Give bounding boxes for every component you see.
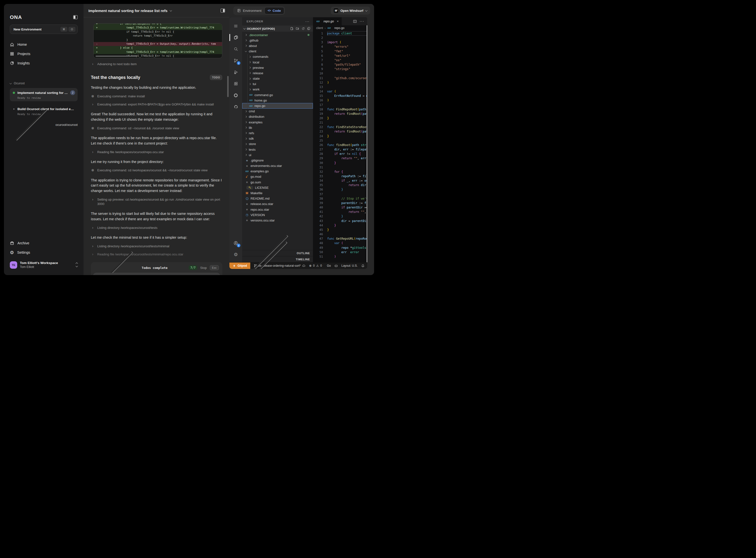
task-item[interactable]: Implement natural sorting for rel...2Rea…	[10, 88, 78, 101]
folder-refs[interactable]: refs	[242, 130, 313, 136]
activity-account-icon[interactable]: 2	[230, 237, 242, 249]
folder-ui[interactable]: ui	[242, 152, 313, 157]
open-windsurf-button[interactable]: W Open Windsurf	[331, 7, 370, 15]
folder-local[interactable]: local	[242, 59, 313, 65]
file-release.ocu.star[interactable]: ≡release.ocu.star	[242, 201, 313, 207]
activity-gear-icon[interactable]: ⚙	[230, 249, 242, 260]
sidebar-item-ocuroot-repo[interactable]: ocuroot/ocuroot	[10, 123, 78, 127]
tool-call-row[interactable]: ›Listing directory /workspaces/ocuroot/t…	[91, 244, 222, 249]
file-repo.go[interactable]: GOrepo.go	[242, 103, 313, 108]
activity-search-icon[interactable]	[230, 43, 242, 55]
folder-sdk[interactable]: sdk	[242, 136, 313, 141]
chat-body[interactable]: + if len(run.Outputs) == 0 {+ templ_7745…	[83, 18, 230, 275]
tool-call-row[interactable]: ›Advancing to next todo item	[91, 62, 222, 66]
folder-.github[interactable]: .github	[242, 37, 313, 43]
activity-files-icon[interactable]	[230, 32, 242, 43]
tool-call-row[interactable]: ⊗Executing command: cd ~/ocuroot && ./oc…	[91, 126, 222, 130]
tool-call-row[interactable]: ›Setting up preview: cd /workspaces/ocur…	[91, 197, 222, 206]
folder-client[interactable]: client	[242, 49, 313, 54]
tool-call-row[interactable]: ›Reading file /workspaces/ocuroot/tests/…	[91, 252, 222, 257]
editor-tab-repo-go[interactable]: GO repo.go ×	[313, 17, 342, 25]
folder-.devcontainer[interactable]: .devcontainer	[242, 32, 313, 37]
workspace-switcher[interactable]: TE Tom Elliott's WorkspaceTom Elliott	[10, 261, 78, 269]
collapse-sidebar-icon[interactable]	[73, 15, 78, 19]
folder-tui[interactable]: tui	[242, 81, 313, 87]
problems-status[interactable]: ⊗ 0 ⚠ 0	[309, 264, 322, 268]
activity-debug-icon[interactable]	[230, 66, 242, 78]
folder-release[interactable]: release	[242, 70, 313, 76]
editor-scrollbar[interactable]	[367, 25, 367, 262]
file-.gitignore[interactable]: ◆.gitignore	[242, 157, 313, 163]
tab-code[interactable]: <>Code	[265, 7, 284, 14]
new-file-icon[interactable]	[290, 27, 294, 31]
file-VERSION[interactable]: ◷VERSION	[242, 212, 313, 218]
file-README.md[interactable]: README.md	[242, 196, 313, 201]
sidebar-section-ocuroot[interactable]: Ocuroot	[10, 82, 78, 85]
code-diff-card[interactable]: + if len(run.Outputs) == 0 {+ templ_7745…	[93, 23, 222, 58]
folder-store[interactable]: store	[242, 141, 313, 147]
chat-vertical-scrollbar[interactable]	[227, 76, 229, 97]
timeline-section[interactable]: TIMELINE	[242, 256, 313, 262]
close-icon[interactable]: ×	[337, 20, 339, 23]
file-command.go[interactable]: GOcommand.go	[242, 92, 313, 98]
new-environment-button[interactable]: New Environment ⌘ O	[10, 25, 78, 34]
esc-key-badge[interactable]: Esc	[210, 265, 219, 270]
explorer-section-header[interactable]: OCUROOT [GITPOD]	[242, 26, 313, 32]
stop-button[interactable]: Stop	[200, 266, 207, 270]
folder-tests[interactable]: tests	[242, 147, 313, 152]
tool-call-row[interactable]: ⊗Executing command: make install	[91, 94, 222, 99]
refresh-icon[interactable]	[301, 27, 305, 31]
new-folder-icon[interactable]	[296, 27, 299, 31]
tool-call-row[interactable]: ›Executing command: export PATH=$PATH:$(…	[91, 102, 222, 107]
status-go[interactable]: Go	[327, 264, 331, 268]
code-content[interactable]: 1package client2 3import (4 "errors"5 "f…	[313, 31, 367, 262]
file-go.sum[interactable]: ≡go.sum	[242, 179, 313, 185]
more-actions-icon[interactable]: ···	[305, 19, 309, 23]
split-editor-icon[interactable]	[353, 20, 357, 23]
activity-github-icon[interactable]	[230, 101, 242, 112]
tool-call-row[interactable]: ›Listing directory /workspaces/ocuroot/t…	[91, 226, 222, 230]
file-versions.ocu.star[interactable]: ≡versions.ocu.star	[242, 218, 313, 223]
toggle-right-panel-icon[interactable]	[221, 8, 225, 12]
collapse-icon[interactable]	[307, 27, 310, 31]
folder-preview[interactable]: preview	[242, 65, 313, 70]
copilot-icon[interactable]	[334, 264, 338, 268]
file-go.mod[interactable]: go.mod	[242, 174, 313, 179]
activity-menu-icon[interactable]	[230, 20, 242, 32]
tab-environment[interactable]: Environment	[234, 7, 265, 14]
folder-about[interactable]: about	[242, 43, 313, 48]
file-environments.ocu.star[interactable]: ≡environments.ocu.star	[242, 163, 313, 169]
file-Makefile[interactable]: MMakefile	[242, 190, 313, 196]
folder-lib[interactable]: lib	[242, 125, 313, 130]
folder-state[interactable]: state	[242, 76, 313, 81]
breadcrumb[interactable]: client › GO repo.go	[313, 25, 367, 31]
sidebar-item-settings[interactable]: ⚙Settings	[10, 248, 78, 257]
todos-header[interactable]: Todos complete 7/7 Stop Esc	[93, 264, 220, 271]
file-repo.ocu.star[interactable]: ≡repo.ocu.star	[242, 207, 313, 212]
sidebar-item-insights[interactable]: Insights	[10, 58, 78, 68]
breadcrumb-file[interactable]: repo.go	[334, 26, 344, 30]
activity-ona-icon[interactable]	[230, 90, 242, 101]
folder-work[interactable]: work	[242, 87, 313, 92]
breadcrumb-folder[interactable]: client	[316, 26, 323, 30]
diff-horizontal-scrollbar[interactable]	[96, 55, 137, 57]
file-examples.go[interactable]: GOexamples.go	[242, 169, 313, 174]
folder-cmd[interactable]: cmd	[242, 109, 313, 114]
folder-commands[interactable]: commands	[242, 54, 313, 59]
folder-examples[interactable]: examples	[242, 120, 313, 125]
chevron-down-icon[interactable]	[169, 9, 172, 11]
gitpod-status-chip[interactable]: Gitpod	[230, 262, 250, 269]
sidebar-item-home[interactable]: Home	[10, 40, 78, 49]
bell-icon[interactable]	[361, 264, 365, 268]
sidebar-item-projects[interactable]: Projects	[10, 49, 78, 58]
code-editor[interactable]: GO repo.go × ··· client ›	[313, 17, 367, 262]
file-LICENSE[interactable]: LICENSE	[242, 185, 313, 190]
sidebar-item-archive[interactable]: Archive	[10, 238, 78, 248]
status-layout-u-s-[interactable]: Layout: U.S.	[342, 264, 358, 268]
activity-source-control-icon[interactable]: 2	[230, 55, 242, 66]
tool-call-row[interactable]: ›Reading file /workspaces/ocuroot/repo.o…	[91, 150, 222, 154]
file-home.go[interactable]: GOhome.go	[242, 98, 313, 103]
tool-call-row[interactable]: ⊗Executing command: cd /workspaces/ocuro…	[91, 168, 222, 173]
activity-extensions-icon[interactable]	[230, 78, 242, 90]
folder-distribution[interactable]: distribution	[242, 114, 313, 120]
